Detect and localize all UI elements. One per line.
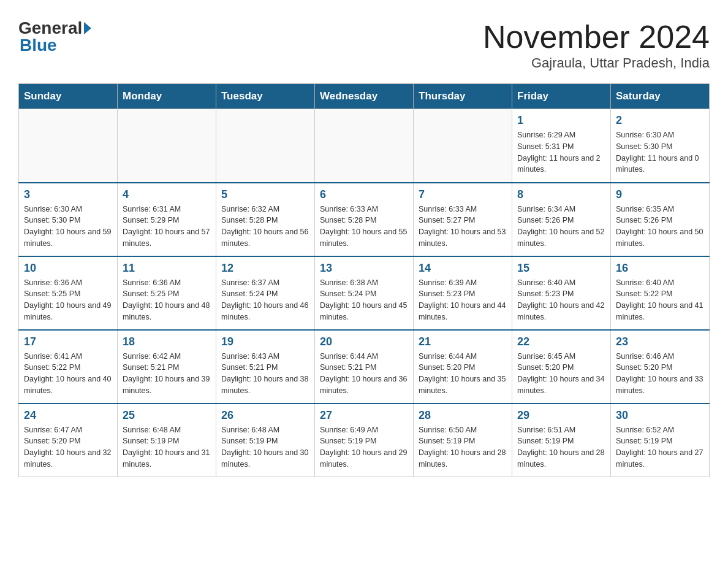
calendar-cell [315,109,414,183]
day-number: 6 [320,188,408,201]
day-number: 26 [221,409,309,422]
calendar-cell: 24Sunrise: 6:47 AMSunset: 5:20 PMDayligh… [19,404,118,477]
calendar-week-row: 3Sunrise: 6:30 AMSunset: 5:30 PMDaylight… [19,183,710,256]
day-info: Sunrise: 6:50 AMSunset: 5:19 PMDaylight:… [419,424,507,470]
day-info: Sunrise: 6:44 AMSunset: 5:20 PMDaylight:… [419,351,507,397]
day-info: Sunrise: 6:51 AMSunset: 5:19 PMDaylight:… [517,424,605,470]
logo-arrow-icon [84,22,91,34]
day-number: 3 [24,188,112,201]
day-number: 1 [517,114,605,127]
calendar-cell: 15Sunrise: 6:40 AMSunset: 5:23 PMDayligh… [512,256,611,330]
calendar-cell [414,109,512,183]
calendar-cell: 3Sunrise: 6:30 AMSunset: 5:30 PMDaylight… [19,183,118,256]
day-info: Sunrise: 6:32 AMSunset: 5:28 PMDaylight:… [221,204,309,250]
weekday-header-thursday: Thursday [414,84,512,109]
calendar-cell: 9Sunrise: 6:35 AMSunset: 5:26 PMDaylight… [611,183,710,256]
day-info: Sunrise: 6:40 AMSunset: 5:23 PMDaylight:… [517,277,605,323]
calendar-cell: 20Sunrise: 6:44 AMSunset: 5:21 PMDayligh… [315,330,414,404]
day-number: 10 [24,262,112,275]
calendar-header-row: SundayMondayTuesdayWednesdayThursdayFrid… [19,84,710,109]
day-info: Sunrise: 6:45 AMSunset: 5:20 PMDaylight:… [517,351,605,397]
day-info: Sunrise: 6:36 AMSunset: 5:25 PMDaylight:… [24,277,112,323]
calendar-cell: 27Sunrise: 6:49 AMSunset: 5:19 PMDayligh… [315,404,414,477]
calendar-cell: 6Sunrise: 6:33 AMSunset: 5:28 PMDaylight… [315,183,414,256]
day-info: Sunrise: 6:42 AMSunset: 5:21 PMDaylight:… [123,351,211,397]
day-info: Sunrise: 6:48 AMSunset: 5:19 PMDaylight:… [123,424,211,470]
day-number: 23 [616,335,704,348]
calendar-cell [19,109,118,183]
calendar-cell: 11Sunrise: 6:36 AMSunset: 5:25 PMDayligh… [118,256,216,330]
day-number: 20 [320,335,408,348]
day-number: 14 [419,262,507,275]
calendar-cell: 12Sunrise: 6:37 AMSunset: 5:24 PMDayligh… [216,256,315,330]
day-number: 7 [419,188,507,201]
calendar-cell: 29Sunrise: 6:51 AMSunset: 5:19 PMDayligh… [512,404,611,477]
calendar-cell: 22Sunrise: 6:45 AMSunset: 5:20 PMDayligh… [512,330,611,404]
day-info: Sunrise: 6:43 AMSunset: 5:21 PMDaylight:… [221,351,309,397]
day-info: Sunrise: 6:44 AMSunset: 5:21 PMDaylight:… [320,351,408,397]
calendar-cell: 21Sunrise: 6:44 AMSunset: 5:20 PMDayligh… [414,330,512,404]
day-info: Sunrise: 6:39 AMSunset: 5:23 PMDaylight:… [419,277,507,323]
calendar-cell: 4Sunrise: 6:31 AMSunset: 5:29 PMDaylight… [118,183,216,256]
day-number: 4 [123,188,211,201]
day-info: Sunrise: 6:40 AMSunset: 5:22 PMDaylight:… [616,277,704,323]
calendar-week-row: 17Sunrise: 6:41 AMSunset: 5:22 PMDayligh… [19,330,710,404]
calendar-cell: 8Sunrise: 6:34 AMSunset: 5:26 PMDaylight… [512,183,611,256]
day-info: Sunrise: 6:41 AMSunset: 5:22 PMDaylight:… [24,351,112,397]
calendar-cell [118,109,216,183]
calendar-cell: 1Sunrise: 6:29 AMSunset: 5:31 PMDaylight… [512,109,611,183]
day-info: Sunrise: 6:34 AMSunset: 5:26 PMDaylight:… [517,204,605,250]
day-info: Sunrise: 6:52 AMSunset: 5:19 PMDaylight:… [616,424,704,470]
calendar-cell [216,109,315,183]
calendar-cell: 30Sunrise: 6:52 AMSunset: 5:19 PMDayligh… [611,404,710,477]
calendar-cell: 25Sunrise: 6:48 AMSunset: 5:19 PMDayligh… [118,404,216,477]
calendar-cell: 7Sunrise: 6:33 AMSunset: 5:27 PMDaylight… [414,183,512,256]
logo: General Blue [18,18,93,55]
day-info: Sunrise: 6:30 AMSunset: 5:30 PMDaylight:… [616,129,704,175]
logo-blue: Blue [20,36,57,55]
day-info: Sunrise: 6:47 AMSunset: 5:20 PMDaylight:… [24,424,112,470]
day-number: 29 [517,409,605,422]
calendar-cell: 2Sunrise: 6:30 AMSunset: 5:30 PMDaylight… [611,109,710,183]
day-number: 21 [419,335,507,348]
calendar-cell: 28Sunrise: 6:50 AMSunset: 5:19 PMDayligh… [414,404,512,477]
calendar-cell: 19Sunrise: 6:43 AMSunset: 5:21 PMDayligh… [216,330,315,404]
month-title: November 2024 [483,18,710,55]
day-number: 19 [221,335,309,348]
day-info: Sunrise: 6:38 AMSunset: 5:24 PMDaylight:… [320,277,408,323]
day-number: 22 [517,335,605,348]
day-info: Sunrise: 6:29 AMSunset: 5:31 PMDaylight:… [517,129,605,175]
day-number: 13 [320,262,408,275]
day-number: 9 [616,188,704,201]
calendar-cell: 18Sunrise: 6:42 AMSunset: 5:21 PMDayligh… [118,330,216,404]
day-info: Sunrise: 6:37 AMSunset: 5:24 PMDaylight:… [221,277,309,323]
day-number: 25 [123,409,211,422]
day-number: 12 [221,262,309,275]
day-number: 2 [616,114,704,127]
day-number: 17 [24,335,112,348]
weekday-header-friday: Friday [512,84,611,109]
calendar-week-row: 24Sunrise: 6:47 AMSunset: 5:20 PMDayligh… [19,404,710,477]
day-info: Sunrise: 6:35 AMSunset: 5:26 PMDaylight:… [616,204,704,250]
calendar-week-row: 10Sunrise: 6:36 AMSunset: 5:25 PMDayligh… [19,256,710,330]
page-header: General Blue November 2024 Gajraula, Utt… [18,18,710,71]
day-info: Sunrise: 6:49 AMSunset: 5:19 PMDaylight:… [320,424,408,470]
calendar-cell: 17Sunrise: 6:41 AMSunset: 5:22 PMDayligh… [19,330,118,404]
day-info: Sunrise: 6:33 AMSunset: 5:27 PMDaylight:… [419,204,507,250]
calendar-week-row: 1Sunrise: 6:29 AMSunset: 5:31 PMDaylight… [19,109,710,183]
day-info: Sunrise: 6:46 AMSunset: 5:20 PMDaylight:… [616,351,704,397]
weekday-header-monday: Monday [118,84,216,109]
day-number: 30 [616,409,704,422]
day-number: 8 [517,188,605,201]
day-info: Sunrise: 6:33 AMSunset: 5:28 PMDaylight:… [320,204,408,250]
day-number: 18 [123,335,211,348]
calendar-table: SundayMondayTuesdayWednesdayThursdayFrid… [18,83,710,477]
day-info: Sunrise: 6:30 AMSunset: 5:30 PMDaylight:… [24,204,112,250]
weekday-header-saturday: Saturday [611,84,710,109]
weekday-header-wednesday: Wednesday [315,84,414,109]
calendar-cell: 26Sunrise: 6:48 AMSunset: 5:19 PMDayligh… [216,404,315,477]
weekday-header-sunday: Sunday [19,84,118,109]
calendar-cell: 10Sunrise: 6:36 AMSunset: 5:25 PMDayligh… [19,256,118,330]
day-number: 11 [123,262,211,275]
day-info: Sunrise: 6:48 AMSunset: 5:19 PMDaylight:… [221,424,309,470]
